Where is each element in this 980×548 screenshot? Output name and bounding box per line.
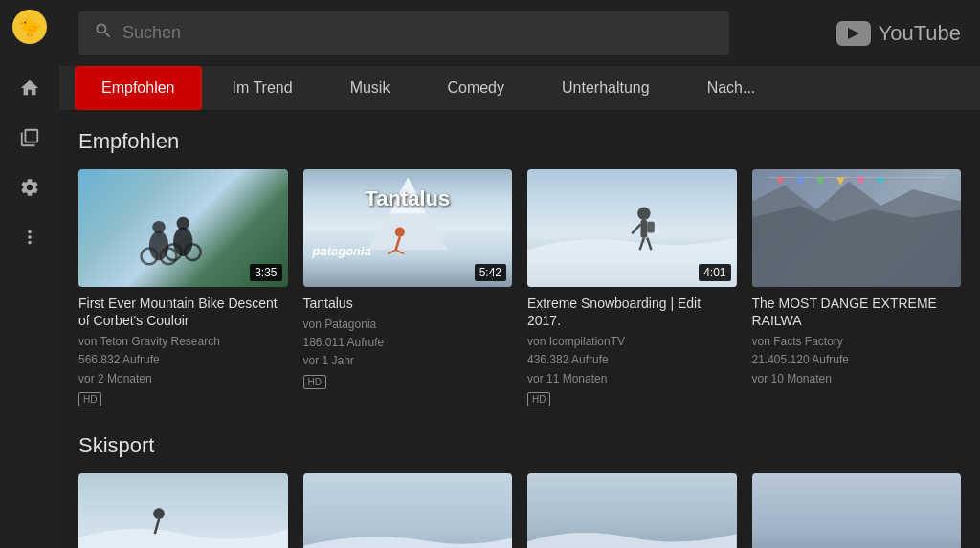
duration-0: 3:35: [250, 264, 281, 281]
tab-more[interactable]: Nach...: [680, 66, 783, 110]
svg-line-16: [632, 224, 640, 233]
tab-im-trend[interactable]: Im Trend: [206, 66, 320, 110]
tab-musik[interactable]: Musik: [323, 66, 417, 110]
video-title-2: Extreme Snowboarding | Edit 2017.: [527, 295, 737, 329]
svg-line-12: [388, 250, 395, 253]
section-empfohlen: Empfohlen: [78, 129, 961, 410]
svg-marker-24: [836, 177, 844, 185]
ski-thumb-0[interactable]: [78, 473, 288, 548]
video-info-1: Tantalus von Patagonia 186.011 Aufrufe v…: [303, 287, 513, 393]
video-info-3: The MOST DANGE EXTREME RAILWA von Facts …: [752, 287, 962, 392]
youtube-logo: YouTube: [836, 21, 961, 46]
video-meta-3: von Facts Factory 21.405.120 Aufrufe vor…: [752, 333, 962, 388]
video-card-1[interactable]: Tantalus patagonia 5:42 Tantalus von Pat…: [303, 169, 513, 410]
svg-rect-15: [641, 220, 648, 238]
content-area: Empfohlen: [59, 110, 980, 548]
svg-marker-21: [776, 177, 784, 185]
search-bar[interactable]: [78, 11, 729, 55]
svg-line-13: [395, 250, 403, 253]
avatar[interactable]: 🐤: [12, 10, 47, 44]
thumbnail-3: [752, 169, 962, 287]
skisport-thumbnails: [78, 473, 961, 548]
settings-icon[interactable]: [9, 166, 51, 208]
video-info-0: First Ever Mountain Bike Descent of Corb…: [78, 287, 288, 410]
svg-point-27: [153, 508, 165, 519]
video-card-2[interactable]: 4:01 Extreme Snowboarding | Edit 2017. v…: [527, 169, 737, 410]
tab-empfohlen[interactable]: Empfohlen: [75, 66, 202, 110]
library-icon[interactable]: [9, 117, 51, 159]
patagonia-logo: patagonia: [313, 244, 371, 258]
video-meta-1: von Patagonia 186.011 Aufrufe vor 1 Jahr: [303, 316, 513, 371]
header: YouTube: [59, 0, 980, 66]
video-meta-0: von Teton Gravity Research 566.832 Aufru…: [78, 333, 288, 388]
youtube-label: YouTube: [879, 21, 961, 46]
home-icon[interactable]: [9, 67, 51, 109]
tab-unterhaltung[interactable]: Unterhaltung: [535, 66, 677, 110]
svg-marker-22: [796, 177, 804, 185]
section-skisport: Skisport: [78, 433, 961, 548]
video-info-2: Extreme Snowboarding | Edit 2017. von Ic…: [527, 287, 737, 410]
duration-2: 4:01: [699, 264, 730, 281]
thumbnail-1: Tantalus patagonia 5:42: [303, 169, 513, 287]
ski-thumb-1[interactable]: [303, 473, 513, 548]
search-input[interactable]: [122, 23, 714, 43]
svg-point-3: [177, 217, 189, 230]
sidebar: 🐤: [0, 0, 59, 548]
ski-thumb-3[interactable]: [752, 473, 962, 548]
empfohlen-video-grid: 3:35 First Ever Mountain Bike Descent of…: [78, 169, 961, 410]
svg-marker-25: [857, 177, 864, 185]
svg-rect-19: [647, 222, 655, 233]
duration-1: 5:42: [475, 264, 506, 281]
hd-badge-0: HD: [78, 392, 101, 406]
category-tabs: Empfohlen Im Trend Musik Comedy Unterhal…: [59, 66, 980, 110]
svg-point-10: [394, 228, 404, 237]
more-icon[interactable]: [9, 216, 51, 258]
main-content: YouTube Empfohlen Im Trend Musik Comedy …: [59, 0, 980, 548]
video-meta-2: von IcompilationTV 436.382 Aufrufe vor 1…: [527, 333, 737, 388]
thumbnail-2: 4:01: [527, 169, 737, 287]
thumbnail-0: 3:35: [78, 169, 288, 287]
video-title-0: First Ever Mountain Bike Descent of Corb…: [78, 295, 288, 329]
overlay-text-1: Tantalus: [365, 186, 450, 211]
hd-badge-1: HD: [303, 375, 326, 389]
search-icon: [94, 21, 113, 45]
youtube-play-icon: [836, 21, 871, 46]
video-card-3[interactable]: The MOST DANGE EXTREME RAILWA von Facts …: [752, 169, 962, 410]
section-empfohlen-title: Empfohlen: [78, 129, 961, 154]
tab-comedy[interactable]: Comedy: [420, 66, 531, 110]
svg-marker-26: [877, 177, 884, 185]
video-title-3: The MOST DANGE EXTREME RAILWA: [752, 295, 962, 329]
ski-thumb-2[interactable]: [527, 473, 737, 548]
svg-point-14: [637, 208, 650, 220]
video-title-1: Tantalus: [303, 295, 513, 312]
video-card-0[interactable]: 3:35 First Ever Mountain Bike Descent of…: [78, 169, 288, 410]
svg-marker-23: [816, 177, 824, 185]
svg-point-1: [152, 221, 165, 233]
hd-badge-2: HD: [527, 392, 550, 406]
section-skisport-title: Skisport: [78, 433, 961, 458]
